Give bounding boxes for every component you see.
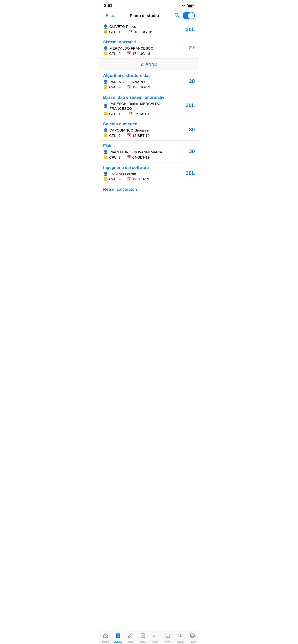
professor-row: 👤 MERCALDO FRANCESCO bbox=[103, 46, 195, 50]
course-item[interactable]: Basi di dati e sistemi informativi 👤 PAR… bbox=[99, 92, 199, 119]
meta-row: 🪙 CFU: 9 📅 19-LUG-19 bbox=[103, 85, 195, 89]
svg-line-3 bbox=[178, 16, 180, 18]
nav-bar: ‹ Back Piano di studio bbox=[99, 10, 199, 22]
date-value: 04-SET-19 bbox=[132, 155, 150, 159]
back-label: Back bbox=[106, 14, 115, 18]
professor-name: PARESCHI Remo MERCALDOFRANCESCO bbox=[109, 101, 161, 111]
coins-icon: 🪙 bbox=[103, 133, 108, 138]
cfu-info: 🪙 CFU: 7 bbox=[103, 155, 121, 159]
professor-row: 👤 FASANO Fausto bbox=[103, 172, 195, 176]
date-value: 18-LUG-18 bbox=[134, 30, 152, 34]
toggle-switch[interactable] bbox=[183, 12, 195, 20]
professor-row: 👤 PIACENTINO GIOVANNI MARIA bbox=[103, 150, 195, 154]
course-item[interactable]: Calcolo numerico 👤 CAPOBIANCO Giovanni 🪙… bbox=[99, 119, 199, 141]
cfu-info: 🪙 CFU: 6 bbox=[103, 133, 121, 138]
calendar-icon: 📅 bbox=[128, 30, 133, 34]
course-grade: 30L bbox=[186, 26, 195, 32]
content-wrapper: 👤 OLIVETO Rocco 🪙 CFU: 12 📅 18-LUG-18 30… bbox=[99, 22, 199, 218]
page-title: Piano di studio bbox=[130, 14, 159, 18]
coins-icon: 🪙 bbox=[103, 177, 108, 181]
person-icon: 👤 bbox=[103, 104, 108, 108]
date-value: 12-SET-19 bbox=[132, 134, 150, 138]
course-grade: 30L bbox=[186, 102, 195, 108]
person-icon: 👤 bbox=[103, 24, 108, 29]
date-info: 📅 18-LUG-18 bbox=[128, 30, 152, 34]
status-bar: 2:51 ⋯ bbox=[99, 0, 199, 10]
status-icons: ⋯ bbox=[178, 4, 194, 8]
coins-icon: 🪙 bbox=[103, 85, 108, 89]
course-grade: 30 bbox=[189, 148, 195, 154]
partial-course-item: 👤 OLIVETO Rocco 🪙 CFU: 12 📅 18-LUG-18 30… bbox=[99, 22, 199, 37]
professor-name: FASANO Fausto bbox=[109, 172, 136, 176]
cfu-value: CFU: 9 bbox=[109, 85, 121, 89]
course-grade: 30L bbox=[186, 170, 195, 176]
course-grade: 27 bbox=[189, 44, 195, 51]
professor-name: PIACENTINO GIOVANNI MARIA bbox=[109, 150, 162, 154]
cfu-info: 🪙 CFU: 12 bbox=[103, 30, 123, 34]
coins-icon: 🪙 bbox=[103, 112, 108, 116]
coins-icon: 🪙 bbox=[103, 155, 108, 159]
year-label: 2° ANNO bbox=[140, 62, 158, 66]
date-value: 26-SET-19 bbox=[134, 112, 152, 116]
person-icon: 👤 bbox=[103, 172, 108, 176]
date-info: 📅 12-GIU-19 bbox=[126, 177, 149, 181]
course-title: Calcolo numerico bbox=[103, 122, 195, 126]
professor-name: MERCALDO FRANCESCO bbox=[109, 46, 153, 50]
cfu-value: CFU: 12 bbox=[109, 112, 123, 116]
person-icon: 👤 bbox=[103, 80, 108, 84]
cfu-value: CFU: 6 bbox=[109, 134, 121, 138]
course-item[interactable]: Reti di calcolatori bbox=[99, 184, 199, 196]
course-item[interactable]: Sistemi operativi 👤 MERCALDO FRANCESCO 🪙… bbox=[99, 37, 199, 59]
calendar-icon: 📅 bbox=[126, 85, 131, 89]
meta-row: 🪙 CFU: 6 📅 12-SET-19 bbox=[103, 133, 195, 138]
cfu-info: 🪙 CFU: 9 bbox=[103, 85, 121, 89]
signal-dots-icon: ⋯ bbox=[178, 5, 180, 7]
calendar-icon: 📅 bbox=[126, 177, 131, 181]
calendar-icon: 📅 bbox=[126, 133, 131, 138]
date-info: 📅 12-SET-19 bbox=[126, 133, 150, 138]
calendar-icon: 📅 bbox=[126, 155, 131, 159]
date-value: 19-LUG-19 bbox=[132, 85, 150, 89]
course-title: Reti di calcolatori bbox=[103, 187, 195, 192]
status-time: 2:51 bbox=[104, 3, 112, 8]
date-info: 📅 19-LUG-19 bbox=[126, 85, 150, 89]
meta-row: 🪙 CFU: 12 📅 26-SET-19 bbox=[103, 112, 195, 116]
coins-icon: 🪙 bbox=[103, 51, 108, 56]
course-title: Ingegneria del software bbox=[103, 165, 195, 170]
course-title: Basi di dati e sistemi informativi bbox=[103, 95, 195, 100]
cfu-info: 🪙 CFU: 9 bbox=[103, 177, 121, 181]
meta-row: 🪙 CFU: 9 📅 12-GIU-19 bbox=[103, 177, 195, 181]
nav-actions bbox=[174, 12, 195, 20]
cfu-value: CFU: 9 bbox=[109, 177, 121, 181]
person-icon: 👤 bbox=[103, 46, 108, 50]
course-item[interactable]: Ingegneria del software 👤 FASANO Fausto … bbox=[99, 162, 199, 184]
cfu-info: 🪙 CFU: 9 bbox=[103, 51, 121, 56]
year-header: 2° ANNO bbox=[99, 59, 199, 70]
cfu-value: CFU: 9 bbox=[109, 52, 121, 56]
calendar-icon: 📅 bbox=[128, 112, 133, 116]
course-title: Sistemi operativi bbox=[103, 40, 195, 44]
calendar-icon: 📅 bbox=[126, 51, 131, 56]
meta-row: 🪙 CFU: 12 📅 18-LUG-18 bbox=[103, 30, 195, 34]
back-button[interactable]: ‹ Back bbox=[103, 13, 115, 18]
cfu-info: 🪙 CFU: 12 bbox=[103, 112, 123, 116]
professor-row: 👤 PARLATO GENNARO bbox=[103, 80, 195, 84]
battery-icon bbox=[187, 4, 194, 8]
cfu-value: CFU: 7 bbox=[109, 155, 121, 159]
professor-row: 👤 CAPOBIANCO Giovanni bbox=[103, 128, 195, 132]
professor-name: CAPOBIANCO Giovanni bbox=[109, 128, 148, 132]
date-info: 📅 04-SET-19 bbox=[126, 155, 150, 159]
course-item[interactable]: Fisica 👤 PIACENTINO GIOVANNI MARIA 🪙 CFU… bbox=[99, 141, 199, 162]
search-icon[interactable] bbox=[174, 12, 180, 20]
course-item[interactable]: Algoritmi e strutture dati 👤 PARLATO GEN… bbox=[99, 70, 199, 92]
meta-row: 🪙 CFU: 9 📅 17-LUG-18 bbox=[103, 51, 195, 56]
coins-icon: 🪙 bbox=[103, 30, 108, 34]
course-grade: 30 bbox=[189, 126, 195, 133]
wifi-icon bbox=[181, 4, 186, 8]
person-icon: 👤 bbox=[103, 150, 108, 154]
professor-row: 👤 PARESCHI Remo MERCALDOFRANCESCO bbox=[103, 101, 195, 111]
svg-rect-1 bbox=[188, 4, 192, 7]
meta-row: 🪙 CFU: 7 📅 04-SET-19 bbox=[103, 155, 195, 159]
date-value: 17-LUG-18 bbox=[132, 52, 150, 56]
course-title: Algoritmi e strutture dati bbox=[103, 73, 195, 78]
